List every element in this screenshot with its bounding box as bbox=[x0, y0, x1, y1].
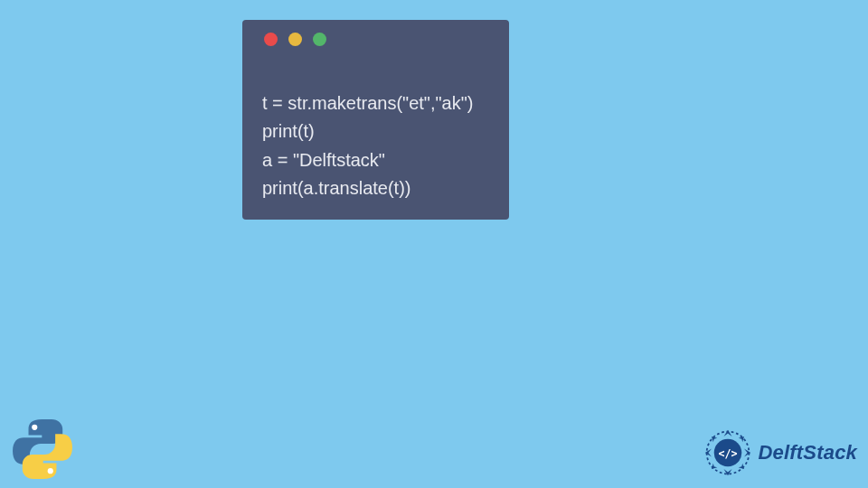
delftstack-badge-icon: </> bbox=[703, 428, 752, 477]
code-line: t = str.maketrans("et","ak") bbox=[262, 93, 473, 113]
minimize-dot-icon bbox=[288, 33, 302, 46]
window-titlebar bbox=[242, 20, 509, 55]
code-block: t = str.maketrans("et","ak") print(t) a … bbox=[242, 55, 509, 203]
code-line: a = "Delftstack" bbox=[262, 150, 385, 170]
svg-point-1 bbox=[48, 468, 53, 474]
code-window: t = str.maketrans("et","ak") print(t) a … bbox=[242, 20, 509, 220]
zoom-dot-icon bbox=[313, 33, 326, 46]
delftstack-wordmark: DelftStack bbox=[758, 441, 857, 465]
python-logo-icon bbox=[9, 416, 76, 483]
delftstack-logo: </> DelftStack bbox=[703, 428, 857, 477]
svg-point-0 bbox=[32, 425, 37, 430]
code-line: print(t) bbox=[262, 121, 315, 141]
code-line: print(a.translate(t)) bbox=[262, 178, 411, 198]
close-dot-icon bbox=[264, 33, 278, 46]
svg-text:</>: </> bbox=[719, 447, 738, 460]
